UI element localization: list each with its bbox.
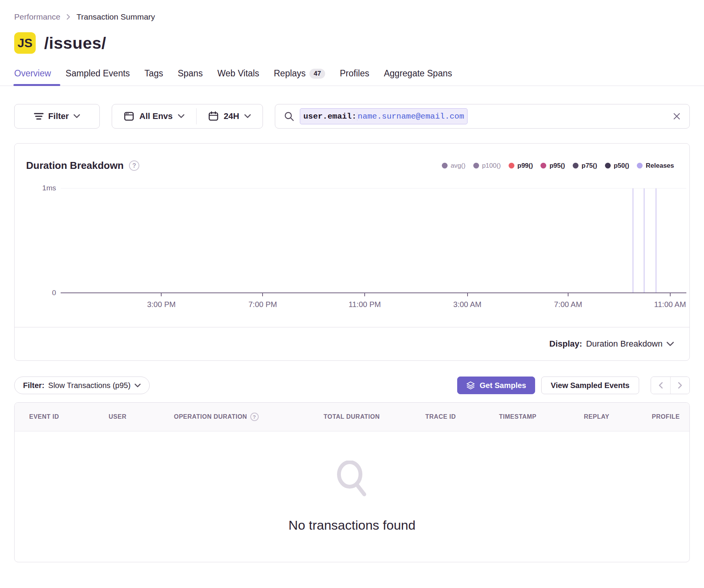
legend-item-avg[interactable]: avg()	[442, 162, 466, 170]
legend-item-p99[interactable]: p99()	[509, 162, 533, 170]
search-empty-icon	[333, 461, 371, 501]
legend-item-p100[interactable]: p100()	[473, 162, 501, 170]
release-marker-line[interactable]	[656, 188, 656, 293]
legend-dot	[605, 163, 611, 168]
legend-item-p50[interactable]: p50()	[605, 162, 630, 170]
chart-plot-area[interactable]: 1ms 0 3:00 PM 7:00 PM 11:00 PM 3:00 AM 7…	[61, 188, 686, 293]
search-token-key: user.email:	[300, 112, 357, 121]
filter-button[interactable]: Filter	[14, 104, 100, 129]
breadcrumb-current: Transaction Summary	[76, 12, 155, 21]
tab-tags[interactable]: Tags	[144, 68, 163, 86]
legend-dot	[473, 163, 479, 168]
y-axis-min-label: 0	[18, 289, 56, 297]
chevron-down-icon	[73, 114, 80, 119]
column-header-timestamp: TIMESTAMP	[499, 413, 584, 420]
x-axis-tick-label: 7:00 PM	[248, 300, 277, 309]
table-header-row: EVENT ID USER OPERATION DURATION ? TOTAL…	[15, 403, 689, 431]
environment-selector[interactable]: All Envs	[112, 104, 196, 128]
x-axis-tick	[467, 293, 468, 296]
transactions-table: EVENT ID USER OPERATION DURATION ? TOTAL…	[14, 402, 690, 562]
chart-header: Duration Breakdown ? avg() p100() p99()	[15, 144, 689, 174]
search-filter-token[interactable]: user.email: name.surname@email.com	[300, 108, 468, 124]
release-marker-line[interactable]	[633, 188, 633, 293]
time-range-selector[interactable]: 24H	[197, 104, 263, 128]
empty-state-text: No transactions found	[289, 518, 416, 533]
chevron-down-icon	[134, 383, 141, 388]
legend-item-p95[interactable]: p95()	[540, 162, 565, 170]
help-icon[interactable]: ?	[250, 413, 259, 421]
legend-dot	[573, 163, 578, 168]
legend-dot	[637, 163, 643, 168]
help-icon[interactable]: ?	[129, 160, 139, 171]
calendar-icon	[208, 111, 219, 122]
samples-actions: Get Samples View Sampled Events	[457, 377, 690, 394]
tab-web-vitals[interactable]: Web Vitals	[217, 68, 259, 86]
x-axis-tick-label: 11:00 PM	[349, 300, 381, 309]
tab-spans[interactable]: Spans	[178, 68, 203, 86]
chevron-down-icon	[244, 114, 251, 119]
legend-dot	[509, 163, 514, 168]
release-marker-line[interactable]	[644, 188, 645, 293]
get-samples-button[interactable]: Get Samples	[457, 377, 535, 394]
column-header-replay: REPLAY	[584, 413, 652, 420]
legend-item-releases[interactable]: Releases	[637, 162, 674, 170]
chevron-right-icon	[678, 382, 683, 389]
transaction-filter-label: Filter:	[23, 381, 45, 390]
y-axis-max-label: 1ms	[18, 184, 56, 192]
legend-item-p75[interactable]: p75()	[573, 162, 597, 170]
breadcrumb-performance[interactable]: Performance	[14, 12, 60, 21]
next-page-button[interactable]	[670, 377, 689, 394]
chart-footer: Display: Duration Breakdown	[15, 327, 689, 360]
column-header-user: USER	[109, 413, 174, 420]
column-header-profile: PROFILE	[652, 413, 682, 420]
x-axis-tick-label: 3:00 AM	[453, 300, 481, 309]
tab-overview[interactable]: Overview	[14, 68, 51, 86]
column-header-total-duration: TOTAL DURATION	[324, 413, 425, 420]
transaction-filter-dropdown[interactable]: Filter: Slow Transactions (p95)	[14, 377, 150, 394]
display-selector[interactable]: Duration Breakdown	[586, 339, 674, 349]
replays-count-badge: 47	[309, 69, 325, 79]
filter-button-label: Filter	[48, 111, 69, 121]
filter-lines-icon	[34, 112, 44, 121]
get-samples-label: Get Samples	[480, 381, 526, 390]
env-time-button-group: All Envs 24H	[112, 104, 263, 129]
title-row: JS /issues/	[0, 21, 704, 54]
display-label: Display:	[549, 339, 582, 349]
tab-replays[interactable]: Replays 47	[274, 68, 325, 86]
chart-title: Duration Breakdown	[26, 160, 124, 172]
view-sampled-events-button[interactable]: View Sampled Events	[541, 377, 639, 394]
x-axis-tick-label: 7:00 AM	[554, 300, 582, 309]
column-header-operation-duration: OPERATION DURATION ?	[174, 413, 324, 421]
x-axis-tick	[670, 293, 671, 296]
tab-aggregate-spans[interactable]: Aggregate Spans	[384, 68, 452, 86]
chevron-right-icon	[66, 13, 71, 21]
samples-row: Filter: Slow Transactions (p95) Get Samp…	[0, 361, 704, 394]
search-icon	[284, 111, 294, 122]
x-axis-tick	[568, 293, 568, 296]
chevron-down-icon	[666, 342, 674, 347]
x-axis-tick-label: 3:00 PM	[147, 300, 175, 309]
x-axis-tick	[364, 293, 365, 296]
chevron-down-icon	[178, 114, 185, 119]
layers-icon	[466, 381, 475, 390]
time-range-label: 24H	[224, 111, 239, 121]
transaction-summary-page: Performance Transaction Summary JS /issu…	[0, 0, 704, 588]
javascript-platform-icon: JS	[14, 32, 36, 54]
search-input[interactable]: user.email: name.surname@email.com	[275, 104, 690, 129]
previous-page-button[interactable]	[651, 377, 670, 394]
chart-legend: avg() p100() p99() p95() p75()	[442, 162, 674, 170]
tab-profiles[interactable]: Profiles	[340, 68, 369, 86]
tabs-bar: Overview Sampled Events Tags Spans Web V…	[0, 68, 704, 86]
transaction-filter-value: Slow Transactions (p95)	[48, 381, 131, 390]
column-header-event-id: EVENT ID	[29, 413, 109, 420]
tab-sampled-events[interactable]: Sampled Events	[66, 68, 130, 86]
x-axis-tick-label: 11:00 AM	[654, 300, 686, 309]
page-title: /issues/	[44, 34, 106, 53]
duration-breakdown-panel: Duration Breakdown ? avg() p100() p99()	[14, 143, 690, 361]
toolbar: Filter All Envs 24H	[0, 86, 704, 129]
breadcrumb: Performance Transaction Summary	[0, 0, 704, 21]
clear-search-icon[interactable]	[673, 112, 681, 121]
x-axis-tick	[161, 293, 162, 296]
legend-dot	[442, 163, 448, 168]
chevron-left-icon	[658, 382, 663, 389]
